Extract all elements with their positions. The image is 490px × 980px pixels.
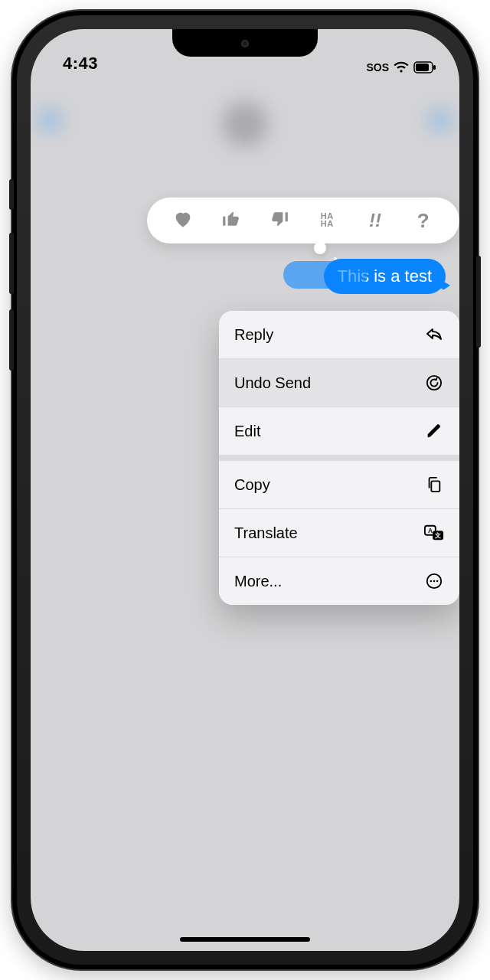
- volume-up-button: [9, 233, 14, 294]
- svg-point-3: [427, 376, 441, 390]
- ellipsis-circle-icon: [424, 571, 444, 591]
- menu-reply[interactable]: Reply: [219, 311, 459, 358]
- status-sos-label: SOS: [366, 61, 389, 74]
- svg-rect-1: [416, 64, 429, 71]
- copy-icon: [424, 475, 444, 495]
- wifi-icon: [394, 61, 409, 74]
- menu-more[interactable]: More...: [219, 557, 459, 605]
- menu-edit-label: Edit: [234, 423, 260, 440]
- undo-icon: [424, 373, 444, 393]
- reply-arrow-icon: [424, 325, 444, 345]
- question-icon: ?: [417, 209, 430, 233]
- exclaim-icon: !!: [369, 210, 381, 231]
- svg-rect-4: [431, 481, 439, 492]
- screen: 4:43 SOS: [31, 29, 459, 951]
- tapback-thumbs-up[interactable]: [216, 205, 247, 236]
- menu-undo-send-label: Undo Send: [234, 374, 311, 392]
- tapback-question[interactable]: ?: [408, 205, 439, 236]
- menu-more-label: More...: [234, 573, 282, 590]
- menu-edit[interactable]: Edit: [219, 407, 459, 455]
- menu-copy[interactable]: Copy: [219, 461, 459, 508]
- tapback-haha[interactable]: HA HA: [312, 205, 342, 236]
- volume-down-button: [9, 309, 14, 371]
- svg-point-12: [436, 580, 439, 583]
- translate-icon: A文: [424, 523, 444, 543]
- menu-undo-send[interactable]: Undo Send: [219, 358, 459, 407]
- menu-copy-label: Copy: [234, 476, 270, 494]
- message-context-menu: Reply Undo Send Edit: [219, 311, 459, 605]
- heart-icon: [172, 208, 194, 233]
- menu-translate-label: Translate: [234, 524, 298, 542]
- power-button: [476, 256, 481, 348]
- home-indicator[interactable]: [180, 937, 310, 942]
- notch: [172, 29, 318, 57]
- pencil-icon: [424, 421, 444, 441]
- battery-icon: [413, 61, 436, 74]
- tapback-heart[interactable]: [168, 205, 198, 236]
- menu-translate[interactable]: Translate A文: [219, 508, 459, 557]
- svg-text:A: A: [428, 527, 433, 534]
- phone-frame: 4:43 SOS: [12, 11, 478, 969]
- thumbs-down-icon: [270, 209, 289, 232]
- svg-point-11: [433, 580, 436, 583]
- tapback-bar: HA HA !! ?: [147, 198, 459, 243]
- mute-switch: [9, 179, 14, 210]
- menu-reply-label: Reply: [234, 326, 273, 344]
- svg-rect-2: [433, 65, 436, 70]
- tapback-tail: [314, 242, 326, 254]
- svg-point-10: [430, 580, 433, 583]
- svg-text:文: 文: [434, 532, 441, 540]
- previous-bubble-blur: [283, 261, 368, 289]
- tapback-exclaim[interactable]: !!: [360, 205, 390, 236]
- tapback-thumbs-down[interactable]: [264, 205, 295, 236]
- thumbs-up-icon: [221, 209, 241, 232]
- status-time: 4:43: [63, 54, 98, 74]
